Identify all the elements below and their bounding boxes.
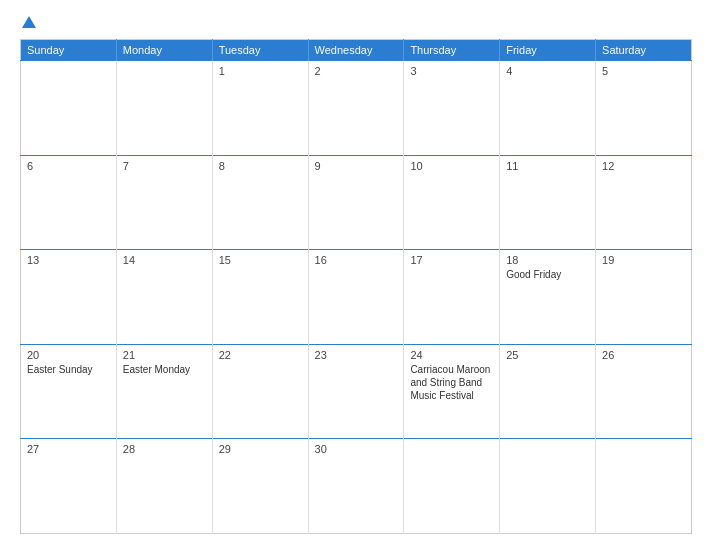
calendar-day: 23 <box>308 344 404 439</box>
calendar-day: 16 <box>308 250 404 345</box>
calendar-day: 9 <box>308 155 404 250</box>
calendar-day <box>500 439 596 534</box>
week-row: 131415161718Good Friday19 <box>21 250 692 345</box>
calendar-day: 22 <box>212 344 308 439</box>
calendar-day: 18Good Friday <box>500 250 596 345</box>
header-tuesday: Tuesday <box>212 40 308 61</box>
calendar-day: 8 <box>212 155 308 250</box>
calendar-day <box>21 61 117 156</box>
week-row: 12345 <box>21 61 692 156</box>
calendar-day: 4 <box>500 61 596 156</box>
calendar-day: 27 <box>21 439 117 534</box>
week-row: 6789101112 <box>21 155 692 250</box>
calendar-day: 24Carriacou Maroon and String Band Music… <box>404 344 500 439</box>
calendar-day: 19 <box>596 250 692 345</box>
header-saturday: Saturday <box>596 40 692 61</box>
calendar-day <box>116 61 212 156</box>
calendar-day: 17 <box>404 250 500 345</box>
calendar-day: 13 <box>21 250 117 345</box>
calendar-day: 11 <box>500 155 596 250</box>
header-monday: Monday <box>116 40 212 61</box>
logo-triangle-icon <box>22 16 36 28</box>
calendar-day: 3 <box>404 61 500 156</box>
calendar-day: 12 <box>596 155 692 250</box>
calendar-table: Sunday Monday Tuesday Wednesday Thursday… <box>20 39 692 534</box>
calendar-day: 6 <box>21 155 117 250</box>
calendar-day: 7 <box>116 155 212 250</box>
logo <box>20 16 36 29</box>
calendar-day: 26 <box>596 344 692 439</box>
header-sunday: Sunday <box>21 40 117 61</box>
calendar-day: 28 <box>116 439 212 534</box>
calendar-day: 29 <box>212 439 308 534</box>
calendar-day: 10 <box>404 155 500 250</box>
header-thursday: Thursday <box>404 40 500 61</box>
calendar-day: 14 <box>116 250 212 345</box>
header-wednesday: Wednesday <box>308 40 404 61</box>
page: Sunday Monday Tuesday Wednesday Thursday… <box>0 0 712 550</box>
week-row: 20Easter Sunday21Easter Monday222324Carr… <box>21 344 692 439</box>
calendar-day: 15 <box>212 250 308 345</box>
calendar-day: 25 <box>500 344 596 439</box>
weekday-header-row: Sunday Monday Tuesday Wednesday Thursday… <box>21 40 692 61</box>
header <box>20 16 692 29</box>
calendar-day <box>404 439 500 534</box>
calendar-day <box>596 439 692 534</box>
calendar-day: 30 <box>308 439 404 534</box>
calendar-day: 1 <box>212 61 308 156</box>
calendar-day: 20Easter Sunday <box>21 344 117 439</box>
calendar-day: 21Easter Monday <box>116 344 212 439</box>
week-row: 27282930 <box>21 439 692 534</box>
calendar-day: 2 <box>308 61 404 156</box>
calendar-day: 5 <box>596 61 692 156</box>
header-friday: Friday <box>500 40 596 61</box>
